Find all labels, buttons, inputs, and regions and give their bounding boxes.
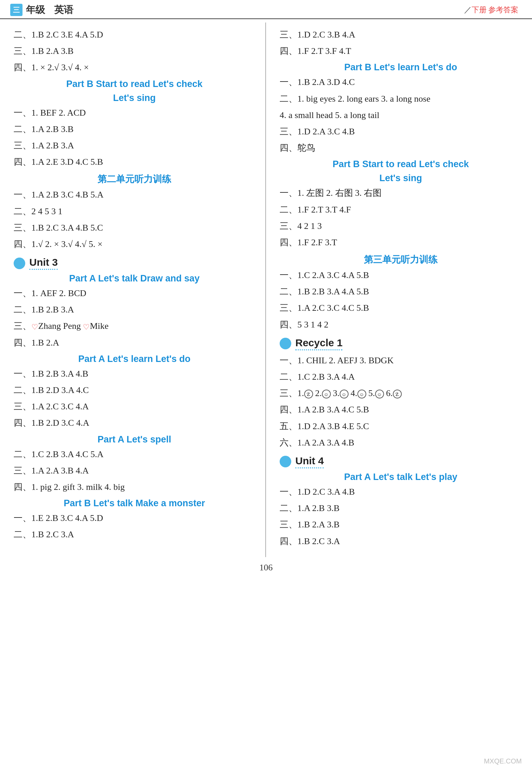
answer-line: 四、1.F 2.T 3.F 4.T <box>280 44 522 59</box>
answer-line: 三、1.B 2.C 3.A 4.B 5.C <box>14 220 255 235</box>
section-title: Let's sing <box>280 173 522 184</box>
answer-line: 三、1.A 2.B 3.A <box>14 138 255 153</box>
answer-line: 三、1.A 2.A 3.B 4.A <box>14 463 255 478</box>
section-title: Part B Start to read Let's check <box>280 159 522 170</box>
section-title: Part B Let's learn Let's do <box>280 62 522 73</box>
answer-line: 二、1.B 2.D 3.A 4.C <box>14 383 255 398</box>
section-title: Part B Let's talk Make a monster <box>14 498 255 509</box>
unit-title: Unit 3 <box>29 257 58 270</box>
answer-line: 二、1.A 2.B 3.B <box>14 122 255 137</box>
answer-line: 二、1.F 2.T 3.T 4.F <box>280 202 522 217</box>
heart-icon: ♡ <box>83 321 90 333</box>
answer-line: 一、1. BEF 2. ACD <box>14 105 255 120</box>
answer-line: 一、1.D 2.C 3.A 4.B <box>280 484 522 499</box>
unit-header: Recycle 1 <box>280 337 522 350</box>
unit-title: Unit 4 <box>295 455 324 468</box>
left-column: 二、1.B 2.C 3.E 4.A 5.D三、1.B 2.A 3.B四、1. ×… <box>0 23 266 557</box>
answer-line: 二、1.B 2.C 3.E 4.A 5.D <box>14 27 255 42</box>
answer-line: 4. a small head 5. a long tail <box>280 108 522 123</box>
grade-icon: 三 <box>10 4 23 16</box>
page-wrapper: 三 年级 英语 ／下册 参考答案 二、1.B 2.C 3.E 4.A 5.D三、… <box>0 0 532 772</box>
answer-line: 二、1. big eyes 2. long ears 3. a long nos… <box>280 91 522 106</box>
header-right: ／下册 参考答案 <box>464 5 519 15</box>
unit-dot <box>14 258 25 269</box>
answer-line: 三、4 2 1 3 <box>280 219 522 234</box>
answer-line: 四、1.B 2.A <box>14 335 255 350</box>
section-title: Let's sing <box>14 93 255 103</box>
answer-line: 四、1. × 2.√ 3.√ 4. × <box>14 60 255 75</box>
right-column: 三、1.D 2.C 3.B 4.A四、1.F 2.T 3.F 4.TPart B… <box>266 23 532 557</box>
section-title: Part A Let's learn Let's do <box>14 354 255 364</box>
section-title: Part B Start to read Let's check <box>14 79 255 89</box>
answer-line: 四、1.B 2.C 3.A <box>280 534 522 549</box>
section-title: 第二单元听力训练 <box>14 173 255 185</box>
header-grade: 年级 <box>26 3 45 16</box>
answer-line: 一、1.A 2.B 3.C 4.B 5.A <box>14 187 255 202</box>
answer-line: 二、1.B 2.B 3.A <box>14 302 255 317</box>
answer-line: 二、1.C 2.B 3.A 4.A <box>280 369 522 384</box>
answer-line: 三、1.D 2.C 3.B 4.A <box>280 27 522 42</box>
answer-line: 一、1. AEF 2. BCD <box>14 286 255 301</box>
answer-line: 四、1.A 2.E 3.D 4.C 5.B <box>14 155 255 170</box>
answer-line: 三、1.B 2.A 3.B <box>14 44 255 59</box>
section-title: Part A Let's spell <box>14 434 255 445</box>
answer-line: 一、1.E 2.B 3.C 4.A 5.D <box>14 511 255 526</box>
answer-line: 四、1.√ 2. × 3.√ 4.√ 5. × <box>14 237 255 252</box>
section-title: Part A Let's talk Draw and say <box>14 273 255 284</box>
section-title: 第三单元听力训练 <box>280 253 522 266</box>
answer-line: 四、5 3 1 4 2 <box>280 317 522 332</box>
answer-line: 四、1.B 2.D 3.C 4.A <box>14 416 255 431</box>
header: 三 年级 英语 ／下册 参考答案 <box>0 0 532 19</box>
answer-line: 四、1.F 2.F 3.T <box>280 235 522 250</box>
answer-line: 一、1.B 2.A 3.D 4.C <box>280 75 522 90</box>
content: 二、1.B 2.C 3.E 4.A 5.D三、1.B 2.A 3.B四、1. ×… <box>0 23 532 557</box>
unit-header: Unit 4 <box>280 455 522 468</box>
answer-line: 一、1.C 2.A 3.C 4.A 5.B <box>280 268 522 283</box>
answer-line: 一、1. 左图 2. 右图 3. 右图 <box>280 186 522 201</box>
unit-title: Recycle 1 <box>295 337 342 350</box>
answer-line: 三、1.☡ 2.☺ 3.☺ 4.☺ 5.☺ 6.☡ <box>280 386 522 401</box>
section-title: Part A Let's talk Let's play <box>280 472 522 482</box>
answer-line: 二、1.B 2.B 3.A 4.A 5.B <box>280 284 522 299</box>
answer-line: 三、1.B 2.A 3.B <box>280 517 522 532</box>
unit-dot <box>280 338 291 349</box>
answer-line: 四、鸵鸟 <box>280 141 522 156</box>
answer-line: 三、1.A 2.C 3.C 4.A <box>14 399 255 414</box>
unit-dot <box>280 456 291 467</box>
header-left: 三 年级 英语 <box>10 3 73 16</box>
answer-line: 一、1.B 2.B 3.A 4.B <box>14 366 255 381</box>
answer-line: 四、1.A 2.B 3.A 4.C 5.B <box>280 402 522 417</box>
answer-line: 一、1. CHIL 2. AEFJ 3. BDGK <box>280 353 522 368</box>
watermark: MXQE.COM <box>484 757 522 765</box>
answer-line: 三、1.D 2.A 3.C 4.B <box>280 124 522 139</box>
unit-header: Unit 3 <box>14 257 255 270</box>
answer-line: 二、1.C 2.B 3.A 4.C 5.A <box>14 447 255 462</box>
heart-icon: ♡ <box>31 321 38 333</box>
answer-line: 五、1.D 2.A 3.B 4.E 5.C <box>280 419 522 434</box>
answer-line: 二、1.A 2.B 3.B <box>280 501 522 516</box>
answer-line: 四、1. pig 2. gift 3. milk 4. big <box>14 480 255 495</box>
answer-line: 二、2 4 5 3 1 <box>14 204 255 219</box>
answer-line: 三、♡Zhang Peng ♡Mike <box>14 319 255 334</box>
page-number: 106 <box>0 557 532 576</box>
header-subject: 英语 <box>54 3 73 16</box>
answer-line: 六、1.A 2.A 3.A 4.B <box>280 435 522 450</box>
answer-line: 三、1.A 2.C 3.C 4.C 5.B <box>280 301 522 316</box>
answer-line: 二、1.B 2.C 3.A <box>14 527 255 542</box>
